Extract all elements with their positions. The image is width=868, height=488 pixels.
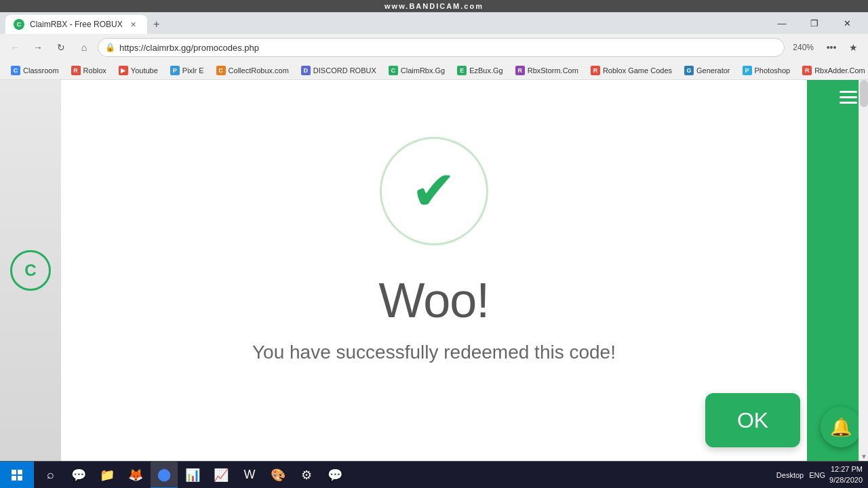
bandicam-text: www.BANDICAM.com [384, 2, 484, 10]
taskbar-desktop-label[interactable]: Desktop [776, 471, 804, 479]
taskbar: ⌕ 💬 📁 🦊 ⬤ 📊 📈 W 🎨 ⚙ 💬 Desktop ENG 12:27 … [0, 461, 868, 488]
browser-window: C ClaimRBX - Free ROBUX ✕ + — ❐ ✕ ← → ↻ … [0, 12, 868, 461]
taskbar-firefox[interactable]: 🦊 [122, 462, 149, 489]
scrollbar-down[interactable]: ▼ [859, 451, 868, 461]
lock-icon: 🔒 [105, 43, 115, 52]
back-button[interactable]: ← [5, 38, 24, 57]
bookmarks-bar: C Classroom R Roblox ▶ Youtube P Pixlr E… [0, 61, 868, 80]
bookmark-claimrbx[interactable]: C ClaimRbx.Gg [383, 64, 450, 77]
close-button[interactable]: ✕ [831, 12, 863, 34]
start-button[interactable] [0, 462, 34, 489]
bookmark-label: Classroom [23, 66, 59, 75]
main-content: ✔ Woo! You have successfully redeemed th… [225, 80, 643, 461]
bookmark-favicon-classroom: C [11, 66, 20, 75]
taskbar-steam[interactable]: ⚙ [293, 462, 320, 489]
bandicam-watermark: www.BANDICAM.com [0, 0, 868, 12]
nav-right-icons: ••• ★ [822, 38, 863, 57]
checkmark-icon: ✔ [411, 164, 456, 218]
active-tab[interactable]: C ClaimRBX - Free ROBUX ✕ [5, 15, 147, 34]
refresh-button[interactable]: ↻ [52, 38, 71, 57]
svg-rect-2 [12, 476, 16, 481]
tab-close-button[interactable]: ✕ [128, 19, 139, 30]
more-options-button[interactable]: ••• [822, 38, 841, 57]
hamburger-line-3 [840, 102, 857, 104]
svg-rect-0 [12, 470, 16, 474]
scrollbar-thumb[interactable] [860, 80, 868, 107]
notification-bell-button[interactable]: 🔔 [821, 407, 861, 447]
url-text: https://claimrbx.gg/promocodes.php [119, 43, 777, 53]
hamburger-menu[interactable] [840, 91, 857, 104]
bookmark-label: Photoshop [755, 66, 791, 75]
window-controls: — ❐ ✕ [766, 12, 863, 34]
bookmark-label: Generator [696, 66, 730, 75]
taskbar-excel[interactable]: 📊 [179, 462, 206, 489]
taskbar-powerpoint[interactable]: 📈 [208, 462, 235, 489]
bookmark-rbxstorm[interactable]: R RbxStorm.Com [510, 64, 584, 77]
tab-favicon: C [14, 19, 24, 30]
taskbar-file-explorer[interactable]: 📁 [94, 462, 121, 489]
bookmark-classroom[interactable]: C Classroom [5, 64, 64, 77]
taskbar-icons: ⌕ 💬 📁 🦊 ⬤ 📊 📈 W 🎨 ⚙ 💬 [34, 462, 776, 489]
bookmark-pixlr[interactable]: P Pixlr E [165, 64, 210, 77]
bookmark-label: Roblox [83, 66, 106, 75]
taskbar-lang: ENG [809, 471, 825, 479]
success-message: You have successfully redeemed this code… [252, 342, 616, 363]
hamburger-line-2 [840, 96, 857, 98]
taskbar-word[interactable]: W [236, 462, 263, 489]
bookmark-discord[interactable]: D DISCORD ROBUX [296, 64, 382, 77]
woo-heading: Woo! [379, 272, 490, 328]
bookmark-label: DISCORD ROBUX [313, 66, 376, 75]
left-sidebar: C [0, 80, 61, 461]
bookmark-favicon-discord: D [301, 66, 311, 75]
taskbar-chrome[interactable]: ⬤ [151, 462, 178, 489]
taskbar-date: 9/28/2020 [829, 475, 863, 485]
bookmark-rbxadder[interactable]: R RbxAdder.Com [797, 64, 868, 77]
bookmark-favicon-rbxstorm: R [515, 66, 525, 75]
bookmark-favicon-ezbux: E [457, 66, 467, 75]
zoom-level: 240% [789, 43, 818, 52]
taskbar-paint[interactable]: 🎨 [264, 462, 292, 489]
bookmark-label: Pixlr E [182, 66, 204, 75]
page-content: C ✔ Woo! You have successfully redeemed … [0, 80, 868, 461]
address-bar[interactable]: 🔒 https://claimrbx.gg/promocodes.php [98, 38, 785, 57]
bookmark-label: ClaimRbx.Gg [401, 66, 445, 75]
forward-button[interactable]: → [28, 38, 47, 57]
home-button[interactable]: ⌂ [75, 38, 94, 57]
favorites-button[interactable]: ★ [844, 38, 863, 57]
bookmark-label: EzBux.Gg [469, 66, 503, 75]
new-tab-button[interactable]: + [147, 15, 166, 34]
scrollbar[interactable]: ▲ ▼ [859, 80, 868, 461]
bookmark-favicon-robloxcodes: R [591, 66, 600, 75]
taskbar-time: 12:27 PM [829, 464, 863, 474]
bookmark-youtube[interactable]: ▶ Youtube [113, 64, 163, 77]
bookmark-favicon-youtube: ▶ [119, 66, 128, 75]
tab-title: ClaimRBX - Free ROBUX [30, 20, 123, 29]
maximize-button[interactable]: ❐ [799, 12, 830, 34]
tab-bar: C ClaimRBX - Free ROBUX ✕ + [5, 12, 761, 34]
navigation-bar: ← → ↻ ⌂ 🔒 https://claimrbx.gg/promocodes… [0, 34, 868, 61]
success-circle: ✔ [380, 137, 488, 245]
bookmark-favicon-rbxadder: R [802, 66, 812, 75]
bookmark-favicon-pixlr: P [170, 66, 180, 75]
bookmark-roblox[interactable]: R Roblox [66, 64, 112, 77]
ok-button[interactable]: OK [705, 393, 800, 447]
hamburger-line-1 [840, 91, 857, 93]
bookmark-favicon-collectrobux: C [216, 66, 226, 75]
taskbar-clock: 12:27 PM 9/28/2020 [829, 464, 863, 485]
sidebar-logo: C [10, 250, 51, 291]
bookmark-label: RbxStorm.Com [528, 66, 578, 75]
bookmark-collectrobux[interactable]: C CollectRobux.com [211, 64, 294, 77]
title-bar: C ClaimRBX - Free ROBUX ✕ + — ❐ ✕ [0, 12, 868, 34]
bookmark-ezbux[interactable]: E EzBux.Gg [452, 64, 509, 77]
taskbar-cortana[interactable]: 💬 [65, 462, 92, 489]
bookmark-label: CollectRobux.com [229, 66, 289, 75]
bookmark-robloxcodes[interactable]: R Roblox Game Codes [585, 64, 677, 77]
minimize-button[interactable]: — [766, 12, 797, 34]
bookmark-generator[interactable]: G Generator [679, 64, 736, 77]
bookmark-photoshop[interactable]: P Photoshop [737, 64, 796, 77]
taskbar-tray: Desktop ENG [776, 471, 825, 479]
taskbar-search[interactable]: ⌕ [37, 462, 64, 489]
taskbar-discord[interactable]: 💬 [321, 462, 349, 489]
bookmark-favicon-generator: G [684, 66, 694, 75]
bookmark-label: Youtube [131, 66, 158, 75]
